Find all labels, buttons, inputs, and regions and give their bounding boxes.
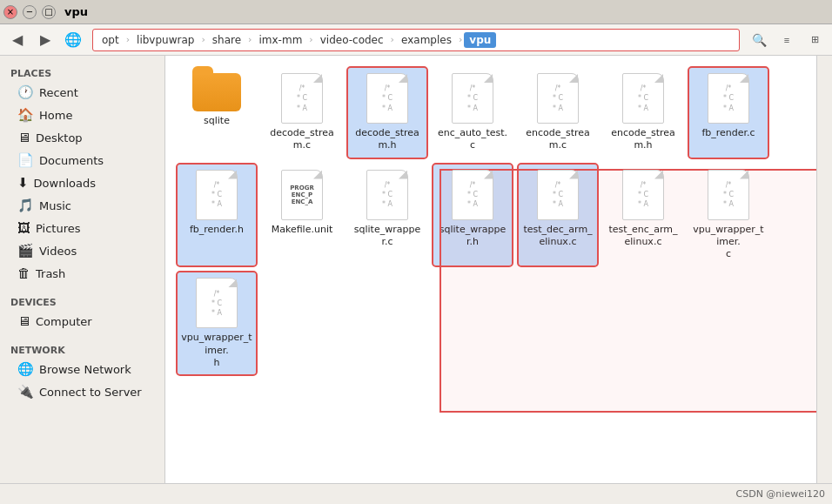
breadcrumb-item-imx-mm[interactable]: imx-mm — [253, 32, 307, 48]
forward-button[interactable]: ▶ — [33, 28, 57, 52]
pictures-icon: 🖼 — [17, 220, 30, 236]
file-item-fb-render-h[interactable]: /** C* A fb_render.h — [178, 165, 256, 266]
file-name: sqlite_wrapper.h — [437, 224, 508, 249]
h-file-icon: /** C* A — [366, 73, 408, 124]
breadcrumb-item-share[interactable]: share — [207, 32, 246, 48]
titlebar: × − □ vpu — [0, 0, 832, 24]
file-name: enc_auto_test.c — [437, 127, 508, 152]
file-name: decode_stream.h — [352, 127, 423, 152]
sidebar-item-desktop[interactable]: 🖥 Desktop — [3, 126, 161, 149]
file-item-encode-stream-c[interactable]: /** C* A encode_stream.c — [519, 68, 597, 158]
grid-icon: ⊞ — [811, 34, 819, 45]
breadcrumb-item-vpu[interactable]: vpu — [464, 32, 496, 48]
sidebar-item-downloads-label: Downloads — [34, 177, 96, 190]
toolbar: ◀ ▶ 🌐 opt › libvpuwrap › share › imx-mm … — [0, 24, 832, 56]
file-name: fb_render.h — [190, 224, 244, 236]
file-item-enc-auto-test-c[interactable]: /** C* A enc_auto_test.c — [433, 68, 512, 158]
minimize-button[interactable]: − — [23, 5, 37, 19]
maximize-button[interactable]: □ — [42, 5, 56, 19]
h-file-icon: /** C* A — [622, 73, 664, 124]
sidebar-item-recent[interactable]: 🕐 Recent — [3, 81, 161, 104]
breadcrumb-item-opt[interactable]: opt — [97, 32, 124, 48]
file-item-sqlite-wrapper-h[interactable]: /** C* A sqlite_wrapper.h — [433, 165, 512, 266]
file-item-decode-stream-h[interactable]: /** C* A decode_stream.h — [348, 68, 426, 158]
folder-icon — [192, 73, 241, 111]
recent-icon: 🕐 — [17, 84, 34, 100]
sidebar-item-pictures[interactable]: 🖼 Pictures — [3, 217, 161, 239]
places-header: Places — [0, 63, 164, 81]
sidebar-item-music[interactable]: 🎵 Music — [3, 194, 161, 217]
sidebar-item-home-label: Home — [39, 109, 72, 122]
sidebar-item-trash-label: Trash — [36, 267, 65, 280]
file-item-test-enc-arm-elinux-c[interactable]: /** C* A test_enc_arm_elinux.c — [604, 165, 682, 266]
search-icon: 🔍 — [752, 33, 767, 47]
file-item-sqlite-wrapper-c[interactable]: /** C* A sqlite_wrapper.c — [348, 165, 426, 266]
sidebar-item-home[interactable]: 🏠 Home — [3, 104, 161, 126]
c-file-icon: /** C* A — [622, 170, 664, 220]
sidebar-item-browse-network[interactable]: 🌐 Browse Network — [3, 358, 161, 380]
breadcrumb-item-libvpuwrap[interactable]: libvpuwrap — [131, 32, 199, 48]
file-item-makefile-unit[interactable]: PROGRENC_PENC_A Makefile.unit — [263, 165, 341, 266]
grid-view-button[interactable]: ⊞ — [802, 28, 827, 52]
file-item-encode-stream-h[interactable]: /** C* A encode_stream.h — [604, 68, 682, 158]
file-item-vpu-wrapper-timer-c[interactable]: /** C* A vpu_wrapper_timer.c — [689, 165, 768, 266]
file-name: sqlite — [204, 115, 230, 127]
file-name: encode_stream.h — [607, 127, 679, 152]
sidebar-item-connect-server-label: Connect to Server — [39, 386, 142, 399]
sidebar-item-videos[interactable]: 🎬 Videos — [3, 239, 161, 262]
right-panel — [816, 56, 832, 483]
file-item-test-dec-arm-elinux-c[interactable]: /** C* A test_dec_arm_elinux.c — [519, 165, 597, 266]
file-name: sqlite_wrapper.c — [352, 224, 423, 249]
sidebar-item-connect-server[interactable]: 🔌 Connect to Server — [3, 380, 161, 403]
close-button[interactable]: × — [3, 5, 17, 19]
c-file-icon: /** C* A — [366, 170, 408, 220]
h-file-icon: /** C* A — [452, 170, 493, 220]
documents-icon: 📄 — [17, 152, 34, 168]
search-button[interactable]: 🔍 — [747, 28, 771, 52]
file-name: test_dec_arm_elinux.c — [523, 224, 592, 249]
sidebar: Places 🕐 Recent 🏠 Home 🖥 Desktop 📄 Docum… — [0, 56, 165, 483]
file-item-decode-stream-c[interactable]: /** C* A decode_stream.c — [263, 68, 341, 158]
sidebar-item-downloads[interactable]: ⬇ Downloads — [3, 171, 161, 194]
menu-button[interactable]: ≡ — [775, 28, 799, 52]
sidebar-item-documents-label: Documents — [39, 154, 104, 167]
file-name: vpu_wrapper_timer.h — [181, 332, 252, 369]
sidebar-item-computer-label: Computer — [36, 315, 92, 328]
network-header: Network — [0, 339, 164, 358]
main-layout: Places 🕐 Recent 🏠 Home 🖥 Desktop 📄 Docum… — [0, 56, 832, 483]
computer-icon: 🖥 — [17, 313, 30, 329]
music-icon: 🎵 — [17, 198, 34, 213]
sidebar-item-browse-network-label: Browse Network — [39, 363, 131, 376]
location-button[interactable]: 🌐 — [61, 28, 85, 52]
file-name: vpu_wrapper_timer.c — [693, 224, 764, 261]
sidebar-item-computer[interactable]: 🖥 Computer — [3, 310, 161, 333]
sidebar-item-desktop-label: Desktop — [36, 131, 83, 144]
file-item-sqlite[interactable]: sqlite — [178, 68, 256, 158]
browse-network-icon: 🌐 — [17, 361, 34, 377]
file-item-fb-render-c[interactable]: /** C* A fb_render.c — [689, 68, 768, 158]
back-button[interactable]: ◀ — [5, 28, 30, 52]
sidebar-item-videos-label: Videos — [39, 245, 77, 258]
c-file-icon: /** C* A — [708, 170, 749, 220]
file-item-vpu-wrapper-timer-h[interactable]: /** C* A vpu_wrapper_timer.h — [178, 272, 256, 374]
c-file-icon: /** C* A — [537, 170, 579, 220]
sidebar-item-trash[interactable]: 🗑 Trash — [3, 262, 161, 285]
file-name: fb_render.c — [701, 127, 755, 139]
makefile-icon: PROGRENC_PENC_A — [281, 170, 323, 220]
downloads-icon: ⬇ — [17, 175, 29, 191]
back-icon: ◀ — [12, 31, 23, 48]
c-file-icon: /** C* A — [281, 73, 323, 124]
file-name: test_enc_arm_elinux.c — [608, 224, 677, 249]
statusbar-text: CSDN @niewei120 — [736, 488, 825, 500]
sidebar-item-documents[interactable]: 📄 Documents — [3, 149, 161, 171]
breadcrumb-item-examples[interactable]: examples — [396, 32, 457, 48]
sidebar-item-recent-label: Recent — [39, 86, 78, 99]
c-file-icon: /** C* A — [708, 73, 749, 124]
window-title: vpu — [64, 5, 88, 18]
c-file-icon: /** C* A — [537, 73, 579, 124]
trash-icon: 🗑 — [17, 265, 30, 281]
videos-icon: 🎬 — [17, 243, 34, 259]
breadcrumb-bar: opt › libvpuwrap › share › imx-mm › vide… — [92, 29, 740, 51]
breadcrumb-item-video-codec[interactable]: video-codec — [315, 32, 389, 48]
sidebar-item-music-label: Music — [39, 199, 71, 212]
